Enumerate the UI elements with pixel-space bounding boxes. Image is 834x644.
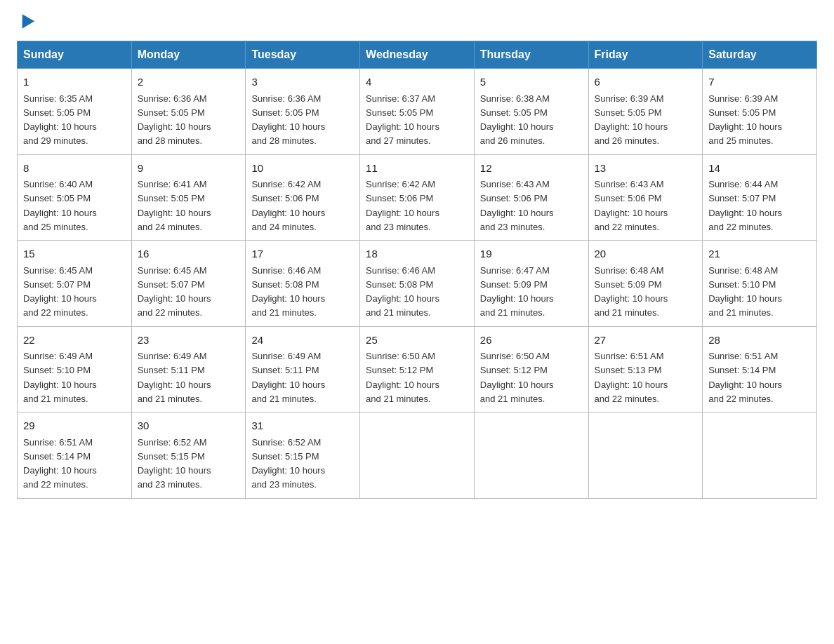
day-info: Sunrise: 6:50 AMSunset: 5:12 PMDaylight:… xyxy=(480,351,554,404)
day-number: 28 xyxy=(708,333,811,349)
day-info: Sunrise: 6:51 AMSunset: 5:14 PMDaylight:… xyxy=(708,351,782,404)
calendar-cell: 1 Sunrise: 6:35 AMSunset: 5:05 PMDayligh… xyxy=(18,69,132,155)
day-header-friday: Friday xyxy=(588,41,703,69)
day-info: Sunrise: 6:43 AMSunset: 5:06 PMDaylight:… xyxy=(480,179,554,232)
day-number: 26 xyxy=(480,333,583,349)
day-info: Sunrise: 6:48 AMSunset: 5:09 PMDaylight:… xyxy=(595,265,668,318)
day-number: 14 xyxy=(708,161,811,177)
day-number: 21 xyxy=(708,246,811,262)
calendar-cell: 15 Sunrise: 6:45 AMSunset: 5:07 PMDaylig… xyxy=(18,241,132,327)
calendar-cell: 25 Sunrise: 6:50 AMSunset: 5:12 PMDaylig… xyxy=(360,326,475,412)
day-info: Sunrise: 6:51 AMSunset: 5:13 PMDaylight:… xyxy=(595,351,668,404)
calendar-cell: 18 Sunrise: 6:46 AMSunset: 5:08 PMDaylig… xyxy=(360,241,475,327)
day-number: 22 xyxy=(23,333,126,349)
day-number: 12 xyxy=(480,161,583,177)
day-info: Sunrise: 6:42 AMSunset: 5:06 PMDaylight:… xyxy=(366,179,439,232)
day-info: Sunrise: 6:47 AMSunset: 5:09 PMDaylight:… xyxy=(480,265,554,318)
calendar-cell: 3 Sunrise: 6:36 AMSunset: 5:05 PMDayligh… xyxy=(246,69,360,155)
day-info: Sunrise: 6:49 AMSunset: 5:10 PMDaylight:… xyxy=(23,351,97,404)
day-number: 10 xyxy=(251,161,354,177)
day-info: Sunrise: 6:49 AMSunset: 5:11 PMDaylight:… xyxy=(138,351,211,404)
week-row-5: 29 Sunrise: 6:51 AMSunset: 5:14 PMDaylig… xyxy=(18,412,817,499)
day-number: 27 xyxy=(595,333,697,349)
day-number: 18 xyxy=(366,246,468,262)
day-info: Sunrise: 6:46 AMSunset: 5:08 PMDaylight:… xyxy=(366,265,439,318)
day-number: 1 xyxy=(23,74,126,90)
day-info: Sunrise: 6:43 AMSunset: 5:06 PMDaylight:… xyxy=(595,179,668,232)
calendar-cell: 24 Sunrise: 6:49 AMSunset: 5:11 PMDaylig… xyxy=(246,326,360,412)
day-number: 30 xyxy=(138,418,240,434)
calendar-cell: 10 Sunrise: 6:42 AMSunset: 5:06 PMDaylig… xyxy=(246,154,360,241)
day-header-tuesday: Tuesday xyxy=(246,41,360,69)
day-number: 15 xyxy=(23,246,126,262)
day-info: Sunrise: 6:52 AMSunset: 5:15 PMDaylight:… xyxy=(251,437,325,490)
week-row-2: 8 Sunrise: 6:40 AMSunset: 5:05 PMDayligh… xyxy=(18,154,817,241)
calendar-cell: 30 Sunrise: 6:52 AMSunset: 5:15 PMDaylig… xyxy=(131,412,246,499)
calendar-cell: 7 Sunrise: 6:39 AMSunset: 5:05 PMDayligh… xyxy=(703,69,817,155)
day-number: 23 xyxy=(138,333,240,349)
calendar-cell xyxy=(588,412,703,499)
day-number: 24 xyxy=(251,333,354,349)
days-of-week-row: SundayMondayTuesdayWednesdayThursdayFrid… xyxy=(18,41,817,69)
day-header-wednesday: Wednesday xyxy=(360,41,475,69)
day-info: Sunrise: 6:48 AMSunset: 5:10 PMDaylight:… xyxy=(708,265,782,318)
day-header-thursday: Thursday xyxy=(474,41,588,69)
day-info: Sunrise: 6:40 AMSunset: 5:05 PMDaylight:… xyxy=(23,179,97,232)
day-number: 3 xyxy=(251,74,354,90)
calendar-cell: 31 Sunrise: 6:52 AMSunset: 5:15 PMDaylig… xyxy=(246,412,360,499)
calendar-cell: 5 Sunrise: 6:38 AMSunset: 5:05 PMDayligh… xyxy=(474,69,588,155)
day-header-monday: Monday xyxy=(131,41,246,69)
calendar-cell: 8 Sunrise: 6:40 AMSunset: 5:05 PMDayligh… xyxy=(18,154,132,241)
calendar-cell xyxy=(474,412,588,499)
day-info: Sunrise: 6:38 AMSunset: 5:05 PMDaylight:… xyxy=(480,93,554,147)
calendar-cell xyxy=(360,412,475,499)
day-number: 5 xyxy=(480,74,583,90)
day-number: 13 xyxy=(595,161,697,177)
day-number: 11 xyxy=(366,161,468,177)
day-header-saturday: Saturday xyxy=(703,41,817,69)
calendar-cell: 23 Sunrise: 6:49 AMSunset: 5:11 PMDaylig… xyxy=(131,326,246,412)
calendar-cell: 12 Sunrise: 6:43 AMSunset: 5:06 PMDaylig… xyxy=(474,154,588,241)
page-header xyxy=(17,17,817,29)
day-number: 29 xyxy=(23,418,126,434)
calendar-cell: 29 Sunrise: 6:51 AMSunset: 5:14 PMDaylig… xyxy=(18,412,132,499)
calendar-cell: 9 Sunrise: 6:41 AMSunset: 5:05 PMDayligh… xyxy=(131,154,246,241)
calendar-cell: 22 Sunrise: 6:49 AMSunset: 5:10 PMDaylig… xyxy=(18,326,132,412)
day-info: Sunrise: 6:35 AMSunset: 5:05 PMDaylight:… xyxy=(23,93,97,147)
calendar-cell: 13 Sunrise: 6:43 AMSunset: 5:06 PMDaylig… xyxy=(588,154,703,241)
day-info: Sunrise: 6:36 AMSunset: 5:05 PMDaylight:… xyxy=(138,93,211,147)
day-number: 25 xyxy=(366,333,468,349)
day-info: Sunrise: 6:44 AMSunset: 5:07 PMDaylight:… xyxy=(708,179,782,232)
day-info: Sunrise: 6:51 AMSunset: 5:14 PMDaylight:… xyxy=(23,437,97,490)
day-info: Sunrise: 6:52 AMSunset: 5:15 PMDaylight:… xyxy=(138,437,211,490)
calendar-body: 1 Sunrise: 6:35 AMSunset: 5:05 PMDayligh… xyxy=(18,69,817,499)
day-info: Sunrise: 6:39 AMSunset: 5:05 PMDaylight:… xyxy=(595,93,668,147)
day-info: Sunrise: 6:46 AMSunset: 5:08 PMDaylight:… xyxy=(251,265,325,318)
logo xyxy=(17,17,32,29)
day-number: 6 xyxy=(595,74,697,90)
week-row-4: 22 Sunrise: 6:49 AMSunset: 5:10 PMDaylig… xyxy=(18,326,817,412)
day-number: 8 xyxy=(23,161,126,177)
week-row-1: 1 Sunrise: 6:35 AMSunset: 5:05 PMDayligh… xyxy=(18,69,817,155)
calendar-cell: 6 Sunrise: 6:39 AMSunset: 5:05 PMDayligh… xyxy=(588,69,703,155)
day-number: 17 xyxy=(251,246,354,262)
day-number: 7 xyxy=(708,74,811,90)
calendar-cell: 28 Sunrise: 6:51 AMSunset: 5:14 PMDaylig… xyxy=(703,326,817,412)
day-number: 20 xyxy=(595,246,697,262)
calendar-cell: 2 Sunrise: 6:36 AMSunset: 5:05 PMDayligh… xyxy=(131,69,246,155)
day-number: 16 xyxy=(138,246,240,262)
day-info: Sunrise: 6:42 AMSunset: 5:06 PMDaylight:… xyxy=(251,179,325,232)
day-number: 19 xyxy=(480,246,583,262)
day-info: Sunrise: 6:50 AMSunset: 5:12 PMDaylight:… xyxy=(366,351,439,404)
day-info: Sunrise: 6:36 AMSunset: 5:05 PMDaylight:… xyxy=(251,93,325,147)
calendar-cell: 14 Sunrise: 6:44 AMSunset: 5:07 PMDaylig… xyxy=(703,154,817,241)
calendar-cell: 20 Sunrise: 6:48 AMSunset: 5:09 PMDaylig… xyxy=(588,241,703,327)
day-info: Sunrise: 6:45 AMSunset: 5:07 PMDaylight:… xyxy=(138,265,211,318)
day-header-sunday: Sunday xyxy=(18,41,132,69)
calendar-cell: 19 Sunrise: 6:47 AMSunset: 5:09 PMDaylig… xyxy=(474,241,588,327)
day-info: Sunrise: 6:41 AMSunset: 5:05 PMDaylight:… xyxy=(138,179,211,232)
calendar-cell: 21 Sunrise: 6:48 AMSunset: 5:10 PMDaylig… xyxy=(703,241,817,327)
calendar-cell: 27 Sunrise: 6:51 AMSunset: 5:13 PMDaylig… xyxy=(588,326,703,412)
day-number: 2 xyxy=(138,74,240,90)
day-number: 4 xyxy=(366,74,468,90)
